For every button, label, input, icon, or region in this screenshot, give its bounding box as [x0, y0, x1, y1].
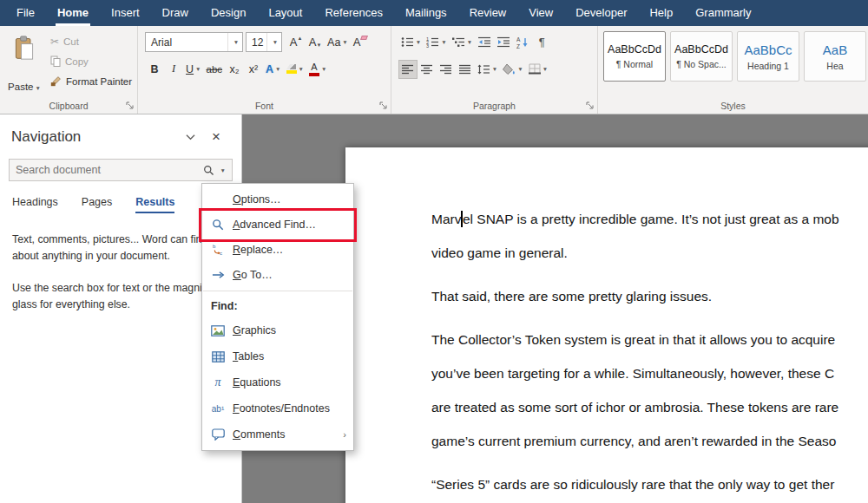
tab-view[interactable]: View — [517, 0, 564, 26]
superscript-button[interactable]: x² — [244, 60, 263, 79]
document-page[interactable]: Marvel SNAP is a pretty incredible game.… — [345, 147, 868, 503]
increase-indent-button[interactable] — [494, 33, 513, 52]
bold-button[interactable]: B — [145, 60, 164, 79]
search-input[interactable] — [10, 164, 197, 176]
tab-grammarly[interactable]: Grammarly — [684, 0, 762, 26]
tab-review[interactable]: Review — [458, 0, 518, 26]
doc-line: are treated as some sort of ichor or amb… — [431, 390, 868, 424]
styles-group-label: Styles — [598, 101, 868, 111]
footnote-icon: ab¹ — [212, 404, 224, 414]
italic-button[interactable]: I — [164, 60, 183, 79]
tab-layout[interactable]: Layout — [257, 0, 313, 26]
style-card-heading2[interactable]: AaB Hea — [804, 31, 866, 82]
chevron-down-icon — [186, 134, 195, 140]
styles-group: AaBbCcDd ¶ Normal AaBbCcDd ¶ No Spac... … — [598, 26, 868, 114]
align-left-icon — [402, 64, 414, 75]
change-case-button[interactable]: Aa▼ — [325, 33, 351, 52]
tab-draw[interactable]: Draw — [151, 0, 200, 26]
menu-item-tables[interactable]: Tables — [202, 343, 353, 369]
paragraph-dialog-launcher[interactable] — [586, 101, 595, 110]
tab-developer[interactable]: Developer — [564, 0, 638, 26]
format-painter-button[interactable]: Format Painter — [47, 71, 135, 91]
font-name-combo[interactable]: Arial ▼ — [145, 32, 243, 52]
nav-tab-headings[interactable]: Headings — [12, 196, 58, 213]
menu-item-equations[interactable]: π Equations — [202, 369, 353, 395]
style-card-no-spacing[interactable]: AaBbCcDd ¶ No Spac... — [670, 31, 733, 82]
dropdown-arrow-icon: ▼ — [299, 66, 304, 72]
doc-line: video game in general. — [431, 236, 868, 270]
font-color-button[interactable]: A ▼ — [306, 60, 329, 79]
align-left-button[interactable] — [398, 60, 418, 79]
nav-tab-results[interactable]: Results — [135, 196, 174, 213]
nav-tab-pages[interactable]: Pages — [82, 196, 112, 213]
style-card-heading1[interactable]: AaBbCc Heading 1 — [737, 31, 799, 82]
shading-button[interactable]: ▼ — [500, 60, 525, 79]
font-size-combo[interactable]: 12 ▼ — [246, 32, 282, 52]
font-dialog-launcher[interactable] — [379, 101, 388, 110]
decrease-indent-button[interactable] — [475, 33, 494, 52]
down-arrow-icon: ▼ — [316, 42, 321, 48]
underline-button[interactable]: U▼ — [183, 60, 203, 79]
styles-gallery: AaBbCcDd ¶ Normal AaBbCcDd ¶ No Spac... … — [602, 29, 866, 82]
doc-line: The Collector’s Token system is great in… — [431, 323, 868, 356]
font-group-label: Font — [138, 101, 391, 111]
navigation-close-button[interactable]: × — [203, 127, 229, 147]
justify-button[interactable] — [456, 60, 475, 79]
shrink-font-button[interactable]: A▼ — [306, 33, 325, 52]
menu-item-goto[interactable]: Go To… — [202, 262, 353, 287]
strikethrough-button[interactable]: abc — [204, 60, 226, 79]
grow-font-button[interactable]: A▲ — [286, 33, 306, 52]
dropdown-arrow-icon: ▼ — [542, 66, 548, 72]
tab-references[interactable]: References — [313, 0, 393, 26]
dropdown-arrow-icon: ▼ — [342, 39, 347, 45]
menu-item-replace[interactable]: b c Replace… — [202, 237, 353, 262]
sort-button[interactable]: A Z — [513, 33, 532, 52]
numbering-button[interactable]: 1 2 3 ▼ — [424, 33, 449, 52]
paragraph-group: ▼ 1 2 3 ▼ ▼ — [391, 26, 598, 114]
replace-icon: b c — [212, 243, 225, 256]
clear-formatting-button[interactable]: A — [351, 33, 371, 52]
dropdown-arrow-icon: ▼ — [195, 66, 201, 72]
multilevel-list-button[interactable]: ▼ — [450, 33, 475, 52]
clipboard-small-buttons: ✂ Cut Copy Format Painter — [47, 31, 135, 98]
bullets-button[interactable]: ▼ — [398, 33, 424, 52]
paste-icon — [12, 34, 36, 62]
tab-file[interactable]: File — [5, 0, 46, 26]
show-formatting-marks-button[interactable]: ¶ — [532, 33, 551, 52]
align-right-button[interactable] — [437, 60, 456, 79]
nav-help-line: Use the search box for text or the magni — [12, 280, 229, 297]
tab-mailings[interactable]: Mailings — [394, 0, 458, 26]
navigation-options-button[interactable] — [177, 127, 203, 147]
cut-button[interactable]: ✂ Cut — [47, 31, 135, 51]
menu-item-options[interactable]: Options… — [202, 186, 353, 212]
line-spacing-button[interactable]: ▼ — [475, 60, 500, 79]
menu-item-footnotes[interactable]: ab¹ Footnotes/Endnotes — [202, 395, 353, 421]
style-card-normal[interactable]: AaBbCcDd ¶ Normal — [603, 31, 666, 82]
submenu-arrow-icon: › — [343, 429, 346, 440]
tab-home[interactable]: Home — [46, 0, 100, 26]
eraser-icon — [361, 36, 369, 40]
menu-item-graphics[interactable]: Graphics — [202, 317, 353, 343]
document-text: Marvel SNAP is a pretty incredible game.… — [431, 202, 868, 501]
paste-button[interactable]: Paste▼ — [3, 29, 45, 94]
align-center-button[interactable] — [418, 60, 437, 79]
clipboard-dialog-launcher[interactable] — [126, 101, 135, 110]
tab-insert[interactable]: Insert — [100, 0, 151, 26]
highlight-color-button[interactable]: ▼ — [284, 60, 306, 79]
svg-text:c: c — [219, 250, 221, 256]
comment-icon — [212, 428, 225, 441]
paragraph-group-label: Paragraph — [391, 101, 597, 111]
dropdown-arrow-icon: ▼ — [416, 39, 421, 45]
menu-item-comments[interactable]: Comments › — [202, 421, 353, 447]
borders-icon — [529, 63, 541, 75]
dropdown-arrow-icon: ▼ — [35, 85, 40, 91]
dropdown-arrow-icon: ▼ — [517, 66, 523, 72]
tab-help[interactable]: Help — [638, 0, 684, 26]
text-effects-button[interactable]: A▼ — [263, 60, 283, 79]
menu-item-advanced-find[interactable]: Advanced Find… — [202, 212, 353, 237]
copy-button[interactable]: Copy — [47, 51, 135, 71]
subscript-button[interactable]: x₂ — [225, 60, 244, 79]
borders-button[interactable]: ▼ — [526, 60, 550, 79]
tab-design[interactable]: Design — [200, 0, 257, 26]
search-dropdown-button[interactable]: ▼ — [197, 160, 232, 180]
